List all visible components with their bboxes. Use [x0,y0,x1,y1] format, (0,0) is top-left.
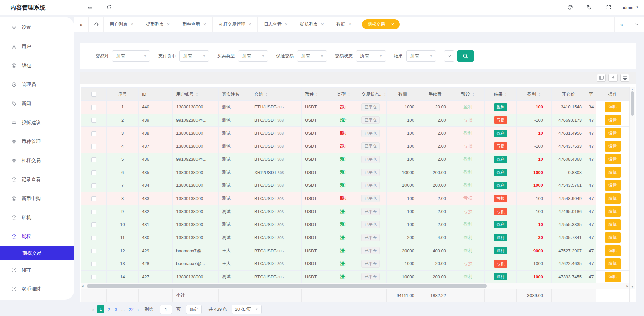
page-button-22[interactable]: 22 [128,307,134,312]
page-button-3[interactable]: 3 [113,307,118,312]
page-button-1[interactable]: 1 [97,305,104,313]
row-checkbox[interactable] [91,210,96,214]
refresh-icon[interactable] [103,0,116,15]
row-checkbox[interactable] [91,222,96,227]
row-checkbox[interactable] [91,157,96,162]
sidebar-item-杠杆交易[interactable]: 杠杆交易 [0,151,74,170]
row-checkbox[interactable] [91,183,96,188]
row-checkbox[interactable] [91,196,96,201]
sidebar-item-币种管理[interactable]: 币种管理 [0,132,74,151]
close-tab-icon[interactable]: ✕ [130,22,133,27]
tabs-scroll-left[interactable]: « [74,17,89,32]
column-header-盈利[interactable]: 盈利▲▼ [517,88,552,101]
scroll-up-arrow[interactable]: ▲ [631,88,634,91]
tab-数据[interactable]: 数据✕ [330,17,358,32]
sidebar-item-新闻[interactable]: 新闻 [0,94,74,113]
close-tab-icon[interactable]: ✕ [285,22,288,27]
fullscreen-icon[interactable] [602,0,615,15]
sort-carets-icon[interactable]: ▲▼ [538,93,541,96]
scroll-right-arrow[interactable]: ▶ [627,285,628,288]
sort-carets-icon[interactable]: ▲▼ [383,93,386,96]
edit-button[interactable]: 编辑 [605,102,621,112]
close-tab-icon[interactable]: ✕ [348,22,351,27]
edit-button[interactable]: 编辑 [605,167,621,178]
column-settings-button[interactable] [597,74,606,82]
sidebar-item-新币申购[interactable]: 新币申购 [0,189,74,208]
filter-select-支付货币[interactable]: 所有▼ [179,50,209,62]
sort-carets-icon[interactable]: ▲▼ [265,93,268,96]
edit-button[interactable]: 编辑 [605,219,621,230]
tabs-scroll-right[interactable]: » [614,17,629,32]
tab-日志查看[interactable]: 日志查看✕ [258,17,294,32]
sidebar-item-设置[interactable]: 设置 [0,18,74,37]
close-tab-icon[interactable]: ✕ [391,22,394,27]
search-button[interactable] [457,50,474,62]
confirm-button[interactable]: 确定 [186,305,202,314]
column-header-用户账号[interactable]: 用户账号▲▼ [173,88,219,101]
filter-select-保险交易[interactable]: 所有▼ [297,50,327,62]
sort-carets-icon[interactable]: ▲▼ [316,93,318,96]
tab-杠杆交易管理[interactable]: 杠杆交易管理✕ [213,17,258,32]
row-checkbox[interactable] [91,275,96,279]
collapse-menu-icon[interactable] [84,0,97,15]
filter-select-结果[interactable]: 所有▼ [406,50,436,62]
next-page-button[interactable]: › [137,307,139,312]
edit-button[interactable]: 编辑 [605,141,621,152]
sort-carets-icon[interactable]: ▲▼ [196,93,198,96]
sort-carets-icon[interactable]: ▲▼ [472,93,475,96]
scroll-down-arrow[interactable]: ▼ [631,285,634,288]
filter-select-交易状态[interactable]: 所有▼ [356,50,386,62]
column-header-结果[interactable]: 结果▲▼ [485,88,517,101]
row-checkbox[interactable] [91,118,96,123]
column-header-类型[interactable]: 类型▲▼ [329,88,358,101]
close-tab-icon[interactable]: ✕ [203,22,206,27]
close-tab-icon[interactable]: ✕ [321,22,324,27]
filter-select-交易对[interactable]: 所有▼ [112,50,150,62]
prev-page-button[interactable]: ‹ [92,307,94,312]
tab-用户列表[interactable]: 用户列表✕ [104,17,140,32]
row-checkbox[interactable] [91,105,96,110]
filter-select-买卖类型[interactable]: 所有▼ [238,50,268,62]
sidebar-item-期权[interactable]: 期权 [0,227,74,246]
filters-collapse-button[interactable] [444,50,454,62]
tab-币种查看[interactable]: 币种查看✕ [176,17,212,32]
sidebar-item-用户[interactable]: 用户 [0,37,74,56]
edit-button[interactable]: 编辑 [605,232,621,243]
edit-button[interactable]: 编辑 [605,245,621,256]
horizontal-scrollbar[interactable]: ◀ ▶ [81,283,629,289]
sidebar-item-矿机[interactable]: 矿机 [0,208,74,227]
select-all-checkbox[interactable] [91,92,96,97]
edit-button[interactable]: 编辑 [605,193,621,204]
tabs-more-dropdown[interactable] [629,17,644,32]
vertical-scroll-thumb[interactable] [631,91,634,116]
tab-提币列表[interactable]: 提币列表✕ [140,17,176,32]
tag-icon[interactable] [583,0,596,15]
sidebar-item-记录查看[interactable]: 记录查看 [0,170,74,189]
scroll-left-arrow[interactable]: ◀ [82,285,83,288]
close-tab-icon[interactable]: ✕ [248,22,251,27]
edit-button[interactable]: 编辑 [605,115,621,125]
close-tab-icon[interactable]: ✕ [167,22,170,27]
tab-矿机列表[interactable]: 矿机列表✕ [294,17,330,32]
edit-button[interactable]: 编辑 [605,180,621,191]
jump-page-input[interactable] [160,305,172,314]
edit-button[interactable]: 编辑 [605,258,621,269]
column-header-预设[interactable]: 预设▲▼ [451,88,485,101]
sidebar-item-双币理财[interactable]: 双币理财 [0,279,74,298]
sidebar-item-管理员[interactable]: 管理员 [0,75,74,94]
edit-button[interactable]: 编辑 [605,206,621,217]
sort-carets-icon[interactable]: ▲▼ [505,93,507,96]
sidebar-item-NFT[interactable]: NFT [0,260,74,279]
print-button[interactable] [620,74,629,82]
edit-button[interactable]: 编辑 [605,128,621,138]
row-checkbox[interactable] [91,249,96,253]
row-checkbox[interactable] [91,236,96,240]
page-size-select[interactable]: 20 条/页▼ [232,305,262,314]
column-header-交易状态..[interactable]: 交易状态..▲▼ [358,88,387,101]
theme-palette-icon[interactable] [564,0,577,15]
export-button[interactable] [608,74,618,82]
sidebar-item-投拆建议[interactable]: 投拆建议 [0,113,74,132]
row-checkbox[interactable] [91,170,96,175]
home-tab[interactable] [89,17,104,32]
column-header-币种[interactable]: 币种▲▼ [302,88,329,101]
